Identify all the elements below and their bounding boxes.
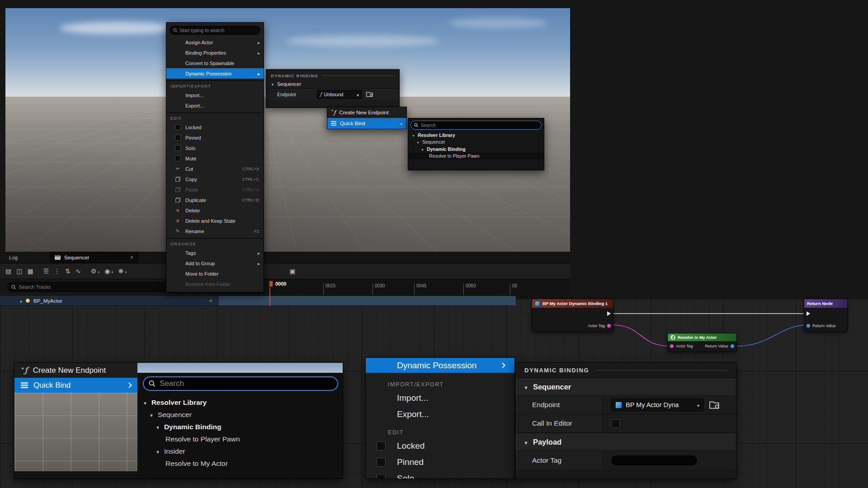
close-icon[interactable]	[130, 254, 133, 261]
category-sequencer[interactable]: Sequencer	[515, 378, 736, 396]
caret-icon[interactable]	[271, 81, 274, 87]
checkbox[interactable]	[377, 441, 386, 450]
actor-tag-input[interactable]	[611, 455, 697, 465]
flyout-search-input[interactable]	[420, 122, 538, 128]
exec-input-pin[interactable]	[807, 311, 810, 316]
keyframe-icon[interactable]	[65, 267, 71, 275]
tab-log[interactable]: Log	[5, 252, 22, 263]
caret-icon[interactable]	[156, 447, 160, 455]
tree-item-sequencer[interactable]: Sequencer	[408, 139, 544, 146]
menu-item-dynamic-possession[interactable]: Dynamic Possession	[366, 358, 514, 373]
menu-item-locked[interactable]: Locked	[366, 438, 514, 454]
snap-grid-icon[interactable]	[289, 267, 295, 275]
actor-tag-output[interactable]: Actor Tag	[588, 324, 611, 328]
menu-item-import[interactable]: Import...	[166, 90, 264, 100]
menu-item-quick-bind[interactable]: Quick Bind	[327, 118, 406, 129]
camera-icon[interactable]	[16, 267, 22, 275]
return-value-pin-icon[interactable]	[807, 324, 810, 328]
exec-output-pin[interactable]	[607, 311, 611, 316]
menu-item-pinned[interactable]: Pinned	[366, 454, 514, 470]
caret-icon[interactable]	[421, 146, 424, 152]
actor-tag-pin-icon[interactable]	[607, 324, 611, 328]
menu-search-input[interactable]	[179, 28, 257, 33]
checkbox[interactable]	[175, 145, 181, 151]
menu-item-cut[interactable]: Cut CTRL+X	[166, 164, 264, 174]
flyout-search-field[interactable]	[143, 376, 338, 391]
tree-item-resolve-to-player-pawn[interactable]: Resolve to Player Pawn	[408, 153, 544, 160]
track-row[interactable]: BP_MyActor +	[0, 296, 516, 306]
caret-icon[interactable]	[416, 139, 420, 145]
fx-icon[interactable]	[118, 267, 127, 275]
caret-icon[interactable]	[412, 132, 415, 138]
endpoint-dropdown[interactable]: ƒ Unbound	[317, 90, 362, 99]
checkbox[interactable]	[175, 155, 181, 161]
binding-node[interactable]: BP My Actor Dynamic Binding 1 Actor Tag	[532, 299, 613, 332]
return-node[interactable]: Return Node Return Value	[804, 299, 848, 332]
tree-item-resolve-to-player-pawn[interactable]: Resolve to Player Pawn	[137, 433, 343, 445]
tree-item-sequencer[interactable]: Sequencer	[137, 408, 343, 421]
tab-sequencer[interactable]: Sequencer	[50, 252, 138, 263]
menu-item-pinned[interactable]: Pinned	[166, 132, 264, 143]
menu-item-export[interactable]: Export...	[366, 406, 514, 422]
return-value-input[interactable]: Return Value	[807, 324, 836, 328]
resolve-actor-tag-input[interactable]: Actor Tag	[670, 344, 693, 348]
render-movie-icon[interactable]	[27, 267, 33, 275]
menu-item-mute[interactable]: Mute	[166, 153, 264, 164]
resolve-node[interactable]: f Resolve to My Actor Actor Tag Return V…	[667, 333, 737, 352]
tree-item-dynamic-binding[interactable]: Dynamic Binding	[137, 421, 343, 433]
menu-item-export[interactable]: Export...	[166, 100, 264, 111]
menu-item-create-new-endpoint[interactable]: Create New Endpoint	[327, 107, 406, 118]
checkbox[interactable]	[175, 135, 181, 141]
endpoint-dropdown[interactable]: BP My Actor Dyna	[611, 399, 703, 411]
checkbox[interactable]	[175, 124, 181, 130]
menu-item-import[interactable]: Import...	[366, 390, 514, 406]
tree-item-resolver-library[interactable]: Resolver Library	[408, 131, 544, 139]
caret-icon[interactable]	[149, 411, 154, 419]
caret-icon[interactable]	[20, 297, 22, 305]
checkbox[interactable]	[377, 458, 386, 467]
tree-item-dynamic-binding[interactable]: Dynamic Binding	[408, 145, 544, 153]
menu-item-tags[interactable]: Tags	[166, 248, 264, 258]
menu-item-binding-properties[interactable]: Binding Properties	[166, 47, 264, 58]
caret-icon[interactable]	[524, 383, 528, 391]
tree-item-resolve-to-my-actor[interactable]: Resolve to My Actor	[137, 457, 343, 469]
caret-icon[interactable]	[143, 399, 147, 407]
track-header[interactable]: BP_MyActor +	[0, 296, 219, 306]
playhead-line[interactable]	[269, 287, 270, 306]
flyout-search-input[interactable]	[160, 379, 332, 388]
menu-item-locked[interactable]: Locked	[166, 122, 264, 132]
track-lane[interactable]	[219, 296, 516, 306]
browse-icon[interactable]	[709, 400, 720, 409]
menu-item-move-to-folder[interactable]: Move to Folder	[166, 268, 264, 279]
playhead-marker[interactable]	[269, 281, 273, 287]
tree-item-insider[interactable]: Insider	[137, 445, 343, 457]
menu-item-delete[interactable]: Delete	[166, 205, 264, 216]
menu-item-assign-actor[interactable]: Assign Actor	[166, 37, 264, 47]
menu-item-convert-to-spawnable[interactable]: Convert to Spawnable	[166, 58, 264, 68]
curves-icon[interactable]	[75, 267, 81, 275]
menu-item-quick-bind[interactable]: Quick Bind	[14, 378, 137, 393]
add-track-button[interactable]: +	[209, 297, 212, 304]
menu-item-create-new-endpoint[interactable]: Create New Endpoint	[14, 363, 137, 378]
tree-item-resolver-library[interactable]: Resolver Library	[137, 396, 343, 408]
checkbox[interactable]	[377, 474, 386, 479]
category-sequencer[interactable]: Sequencer	[266, 80, 399, 88]
menu-item-copy[interactable]: Copy CTRL+C	[166, 174, 264, 184]
menu-item-solo[interactable]: Solo	[166, 143, 264, 153]
return-value-pin-icon[interactable]	[731, 344, 734, 348]
checkbox[interactable]	[611, 419, 620, 428]
wrench-icon[interactable]	[91, 267, 100, 275]
menu-item-rename[interactable]: Rename F2	[166, 226, 264, 236]
list-icon[interactable]	[43, 267, 49, 275]
caret-icon[interactable]	[156, 423, 160, 431]
menu-item-paste[interactable]: Paste CTRL+V	[166, 184, 264, 195]
menu-item-delete-and-keep-state[interactable]: Delete and Keep State	[166, 216, 264, 226]
resolve-return-output[interactable]: Return Value	[705, 344, 734, 348]
browse-icon[interactable]	[366, 91, 373, 97]
caret-icon[interactable]	[524, 438, 528, 446]
menu-item-dynamic-possession[interactable]: Dynamic Possession	[166, 68, 264, 79]
eye-icon[interactable]	[104, 267, 113, 275]
actor-tag-pin-icon[interactable]	[670, 344, 674, 348]
menu-item-duplicate[interactable]: Duplicate CTRL+D	[166, 195, 264, 205]
flyout-search-field[interactable]	[410, 121, 542, 130]
